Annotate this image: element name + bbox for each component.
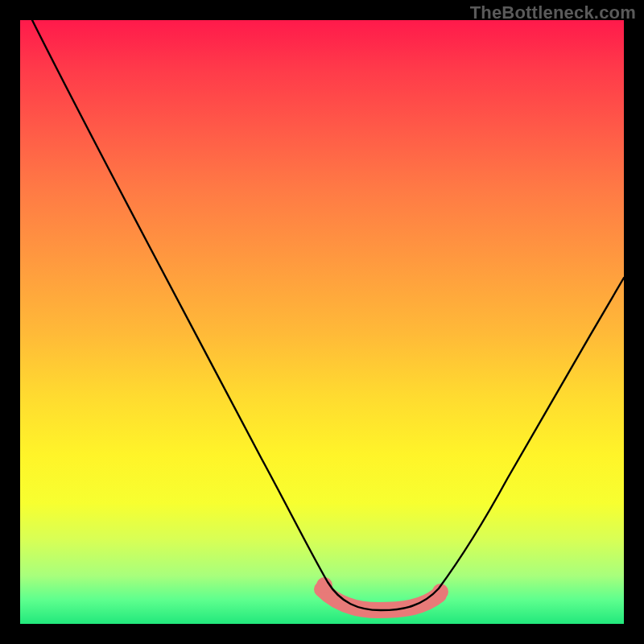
- bottleneck-curve: [32, 20, 624, 610]
- curve-svg: [20, 20, 624, 624]
- chart-container: TheBottleneck.com: [0, 0, 644, 644]
- plot-area: [20, 20, 624, 624]
- optimal-range-stroke: [322, 589, 439, 610]
